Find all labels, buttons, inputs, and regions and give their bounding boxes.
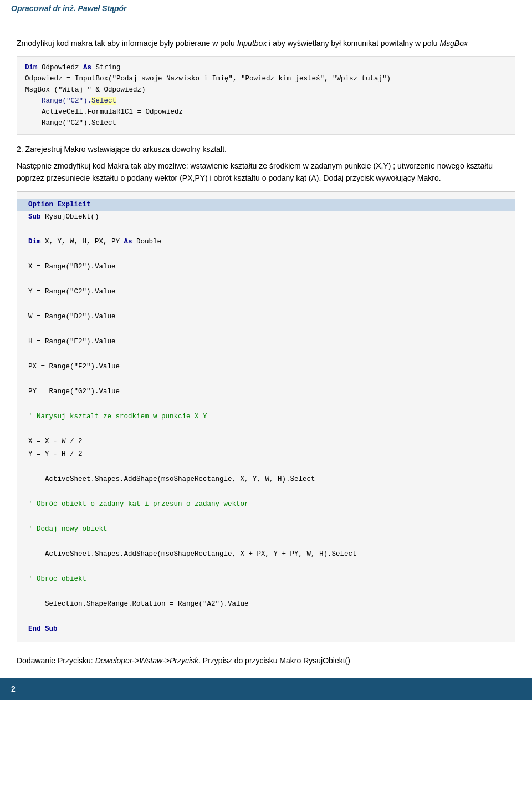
code2-line-x: X = Range("B2").Value [28,261,504,273]
code2-line-y: Y = Range("C2").Value [28,286,504,298]
page-container: Opracował dr inż. Paweł Stąpór Zmodyfiku… [0,0,532,700]
code2-line-addshape1: ActiveSheet.Shapes.AddShape(msoShapeRect… [28,473,504,486]
code2-line-h: H = Range("E2").Value [28,336,504,348]
code2-blank14 [28,560,504,573]
code1-line3: MsgBox ("Witaj " & Odpowiedz) [25,84,507,95]
code2-blank16 [28,610,504,623]
bottom-divider [17,649,515,649]
code2-line-addshape2: ActiveSheet.Shapes.AddShape(msoShapeRect… [28,548,504,561]
code2-blank4 [28,298,504,311]
section1-intro: Zmodyfikuj kod makra tak aby informacje … [17,38,515,49]
section1-msgbox-label: MsgBox [439,39,468,48]
code2-blank8 [28,398,504,411]
code1-line1: Dim Odpowiedz As String [25,62,507,73]
code-block-1: Dim Odpowiedz As String Odpowiedz = Inpu… [17,56,515,135]
footer-bar: 2 [0,678,532,700]
code2-line-endsub: End Sub [28,623,504,636]
main-content: Zmodyfikuj kod makra tak aby informacje … [0,17,532,700]
header-bar: Opracował dr inż. Paweł Stąpór [0,0,532,17]
section2-number: 2. [17,145,23,154]
code2-blank6 [28,348,504,361]
code2-comment-dodaj: ' Dodaj nowy obiekt [28,523,504,536]
footer-note-suffix: . Przypisz do przycisku Makro RysujObiek… [198,656,350,665]
code2-blank10 [28,460,504,473]
footer-note-prefix: Dodawanie Przycisku: [17,656,95,665]
code2-blank13 [28,535,504,548]
code2-comment-obroc2: ' Obroc obiekt [28,573,504,586]
section2-heading: 2. Zarejestruj Makro wstawiające do arku… [17,144,515,155]
code1-line5: ActiveCell.FormulaR1C1 = Odpowiedz [25,106,507,118]
code1-line4: Range("C2").Select [25,95,507,106]
code2-comment-narysuj: ' Narysuj ksztalt ze srodkiem w punkcie … [28,410,504,423]
code1-line6: Range("C2").Select [25,118,507,129]
code2-line-option-explicit: Option Explicit [17,199,515,211]
code2-blank3 [28,273,504,286]
code2-line-dim: Dim X, Y, W, H, PX, PY As Double [28,236,504,248]
code2-blank9 [28,423,504,436]
code2-line-y2: Y = Y - H / 2 [28,448,504,461]
code2-line-py: PY = Range("G2").Value [28,385,504,398]
footer-note-italic: Deweloper->Wstaw->Przycisk [95,656,198,665]
section2-title-text: Zarejestruj Makro wstawiające do arkusza… [25,145,227,154]
footer-page-number: 2 [11,684,16,693]
code2-line-rotation: Selection.ShapeRange.Rotation = Range("A… [28,598,504,611]
code2-blank11 [28,485,504,498]
section1-intro-text1: Zmodyfikuj kod makra tak aby informacje … [17,39,237,48]
section2-body: Następnie zmodyfikuj kod Makra tak aby m… [17,160,515,185]
code2-blank2 [28,248,504,261]
code2-comment-obroc: ' Obróć obiekt o zadany kat i przesun o … [28,498,504,511]
top-divider [17,33,515,33]
code2-line-x2: X = X - W / 2 [28,435,504,448]
code2-blank5 [28,323,504,336]
section1-intro-text2: i aby wyświetlany był komunikat powitaln… [267,39,439,48]
code2-blank15 [28,585,504,598]
author-text: Opracował dr inż. Paweł Stąpór [11,4,127,13]
code1-line2: Odpowiedz = InputBox("Podaj swoje Nazwis… [25,73,507,84]
code2-line-sub: Sub RysujObiekt() [28,211,504,224]
code2-blank7 [28,373,504,386]
footer-note-text: Dodawanie Przycisku: Deweloper->Wstaw->P… [17,655,515,667]
section1-inputbox-label: Inputbox [237,39,267,48]
code2-line-px: PX = Range("F2").Value [28,361,504,373]
code2-blank12 [28,510,504,523]
code-block-2: Option Explicit Sub RysujObiekt() Dim X,… [17,191,515,643]
code2-blank1 [28,224,504,236]
code2-line-w: W = Range("D2").Value [28,311,504,323]
